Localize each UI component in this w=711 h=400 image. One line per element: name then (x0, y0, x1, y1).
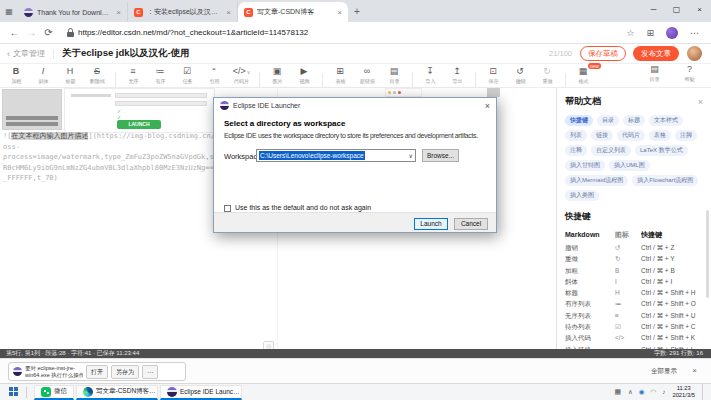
toolbar-button[interactable] (111, 70, 120, 81)
toolbar-right-button[interactable]: ? 帮助 (676, 64, 703, 88)
help-tag[interactable]: 插入UML图 (609, 160, 650, 171)
help-tag[interactable]: 插入甘特图 (565, 160, 605, 171)
toolbar-button[interactable]: ▶ 视频 (291, 66, 318, 86)
browse-button[interactable]: Browse... (422, 149, 459, 162)
toolbar-button[interactable]: I 斜体 (30, 66, 57, 86)
toolbar-button[interactable] (318, 70, 327, 81)
dialog-title-bar[interactable]: Eclipse IDE Launcher × (214, 98, 496, 113)
article-manage-link[interactable]: 文章管理 (13, 48, 45, 59)
tab-close-icon[interactable]: × (337, 8, 342, 17)
toolbar-button[interactable]: ▦ 格式 new (570, 66, 597, 86)
back-chevron-icon[interactable]: ‹ (7, 49, 10, 59)
toolbar-button[interactable]: ∞ 超链接 (354, 66, 381, 86)
close-button[interactable]: × (688, 0, 711, 20)
browser-tab[interactable]: C ：安装eclipse以及汉化教程- CSDN… × (128, 2, 238, 22)
toolbar-button[interactable]: ↥ 导出 (444, 66, 471, 86)
help-tag[interactable]: 文本样式 (649, 115, 683, 126)
widgets-icon[interactable]: ▦ (614, 388, 621, 396)
toolbar-button[interactable]: ⊞ 表格 (327, 66, 354, 86)
publish-article-button[interactable]: 发布文章 (633, 46, 679, 61)
download-bar-close-icon[interactable]: × (692, 366, 697, 375)
open-button[interactable]: 打开 (86, 365, 108, 379)
tray-icon[interactable]: ∧ (628, 388, 633, 396)
url-text[interactable]: https://editor.csdn.net/md/?not_checkout… (78, 28, 626, 37)
back-icon[interactable]: ← (6, 27, 23, 38)
browser-tab[interactable]: C 写文章-CSDN博客 × (238, 2, 348, 22)
favorites-star-icon[interactable]: ☆ (626, 28, 634, 38)
dialog-close-icon[interactable]: × (485, 101, 490, 111)
help-tag[interactable]: 目录 (597, 115, 619, 126)
save-draft-button[interactable]: 保存草稿 (580, 46, 626, 61)
toolbar-right-button[interactable]: ▤ 目录 (641, 64, 668, 88)
browser-profile-avatar[interactable] (666, 27, 678, 39)
tray-icon[interactable]: ◠ (651, 388, 657, 396)
tray-icon[interactable]: ♪ (662, 388, 665, 396)
download-item-chip[interactable]: 要对 eclipse-inst-jre- win64.exe 执行什么操作? 打… (8, 362, 186, 381)
toolbar-button[interactable]: ↧ 导入 (417, 66, 444, 86)
help-tag[interactable]: 表格 (649, 130, 671, 141)
more-options-icon[interactable]: ⋯ (142, 365, 158, 379)
minimize-button[interactable]: ─ (642, 0, 665, 20)
help-scrollbar[interactable] (706, 210, 709, 298)
tray-icon[interactable]: ◉ (639, 388, 645, 396)
markdown-source-text[interactable]: ![在文本框内输入图片描述](https://img-blog.csdnimg.… (3, 131, 216, 184)
launch-button[interactable]: Launch (414, 218, 448, 230)
pasted-installer-screenshot: ✓ ✓ LAUNCH (64, 88, 215, 133)
cancel-button[interactable]: Cancel (454, 218, 488, 230)
toolbar-button[interactable]: ↺ 撤销 (507, 66, 534, 86)
help-tag[interactable]: 插入Flowchart流程图 (632, 175, 698, 186)
help-tag[interactable]: LaTeX 数学公式 (635, 145, 688, 156)
user-avatar[interactable] (687, 46, 702, 61)
taskbar-app-button[interactable]: 微信 (34, 385, 74, 400)
toolbar-button[interactable]: ≔ 有序 (147, 66, 174, 86)
toolbar-button[interactable]: S 删除线 (84, 66, 111, 86)
toolbar-button[interactable]: ⊡ 保存 (480, 66, 507, 86)
forward-icon[interactable]: → (23, 27, 40, 38)
toolbar-button[interactable]: ☑ 任务 (174, 66, 201, 86)
start-button[interactable] (9, 387, 19, 397)
help-tag[interactable]: 列表 (565, 130, 587, 141)
toolbar-button[interactable]: ≡ 无序 (120, 66, 147, 86)
toolbar-button[interactable] (255, 70, 264, 81)
toolbar-button[interactable]: H 标题 (57, 66, 84, 86)
tab-close-icon[interactable]: × (116, 8, 121, 17)
toolbar-button-label: 加粗 (5, 77, 28, 85)
toolbar-button[interactable]: “ 引用 (201, 66, 228, 86)
toolbar-button[interactable]: ↻ 重做 (534, 66, 561, 86)
show-desktop-button[interactable] (702, 384, 705, 400)
toolbar-button[interactable]: B 加粗 (3, 66, 30, 86)
collections-icon[interactable]: ⊞ (646, 28, 654, 38)
toolbar-button[interactable]: </>∨ 代码片 (228, 66, 255, 86)
help-tag[interactable]: 快捷键 (565, 115, 593, 126)
more-menu-icon[interactable]: ⋯ (690, 28, 699, 38)
taskbar-clock[interactable]: 11:23 2021/3/5 (672, 385, 695, 399)
help-close-icon[interactable]: × (698, 97, 703, 107)
show-all-downloads-link[interactable]: 全部显示 (651, 367, 677, 376)
help-tag[interactable]: 插入Mermaid流程图 (565, 175, 628, 186)
toolbar-button[interactable] (561, 70, 570, 81)
refresh-icon[interactable]: ⟳ (40, 27, 57, 38)
new-tab-button[interactable]: + (348, 2, 366, 22)
save-as-button[interactable]: 另存为 (111, 365, 139, 379)
help-tag[interactable]: 代码片 (617, 130, 645, 141)
toolbar-button[interactable] (471, 70, 480, 81)
article-title-input[interactable] (62, 48, 549, 59)
toolbar-button[interactable]: ▣ 图片 (264, 66, 291, 86)
combobox-caret-icon[interactable]: ∨ (409, 152, 413, 159)
browser-tab[interactable]: Thank You for Downloading Ecl… × (18, 2, 128, 22)
tab-actions-icon[interactable]: ▦ (0, 2, 18, 22)
help-tag[interactable]: 自定义列表 (591, 145, 631, 156)
maximize-button[interactable]: ▢ (665, 0, 688, 20)
help-tag[interactable]: 注脚 (675, 130, 697, 141)
default-workspace-checkbox[interactable] (224, 205, 231, 212)
taskbar-app-button[interactable]: 写文章-CSDN博客… (76, 385, 158, 400)
help-tag[interactable]: 注释 (565, 145, 587, 156)
help-tag[interactable]: 链接 (591, 130, 613, 141)
help-tag[interactable]: 插入类图 (565, 190, 599, 201)
toolbar-button[interactable] (408, 70, 417, 81)
workspace-combobox[interactable]: C:\Users\Lenovo\eclipse-workspace ∨ (256, 149, 416, 162)
tab-close-icon[interactable]: × (226, 8, 231, 17)
toolbar-button[interactable]: ▤ 目录 (381, 66, 408, 86)
help-tag[interactable]: 标题 (623, 115, 645, 126)
taskbar-app-button[interactable]: Eclipse IDE Launc… (160, 385, 242, 400)
